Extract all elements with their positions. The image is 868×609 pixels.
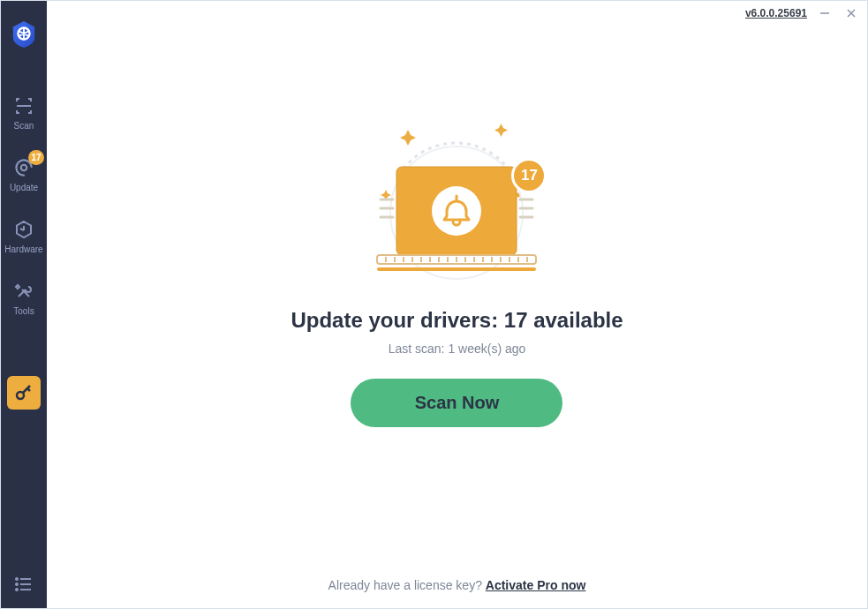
nav-update[interactable]: 17 Update xyxy=(1,155,47,192)
app-logo xyxy=(1,1,47,67)
menu-icon xyxy=(15,577,33,591)
close-button[interactable] xyxy=(842,4,860,22)
svg-point-40 xyxy=(432,186,481,236)
svg-point-8 xyxy=(15,588,18,590)
hero-illustration: 17 xyxy=(342,116,571,283)
hero: 17 Update your drivers: 17 available Las… xyxy=(291,116,623,427)
sidebar: Scan 17 Update xyxy=(1,1,47,608)
minimize-button[interactable] xyxy=(816,4,834,22)
footer-prompt: Already have a license key? xyxy=(328,578,486,592)
svg-point-6 xyxy=(15,583,18,585)
nav-scan-label: Scan xyxy=(14,121,34,131)
titlebar: v6.0.0.25691 xyxy=(738,1,867,26)
svg-point-4 xyxy=(15,577,18,580)
nav-scan[interactable]: Scan xyxy=(1,94,47,131)
update-badge: 17 xyxy=(28,150,44,165)
nav-hardware[interactable]: Hardware xyxy=(1,217,47,254)
app-window: Scan 17 Update xyxy=(0,0,868,609)
nav: Scan 17 Update xyxy=(1,94,47,410)
nav-hardware-label: Hardware xyxy=(4,244,42,254)
minimize-icon xyxy=(819,8,830,19)
nav-license-key[interactable] xyxy=(7,376,41,410)
footer: Already have a license key? Activate Pro… xyxy=(47,578,867,592)
nav-update-label: Update xyxy=(10,183,38,192)
scan-icon xyxy=(13,95,34,117)
tools-icon xyxy=(13,281,34,302)
svg-point-2 xyxy=(21,165,27,171)
nav-tools[interactable]: Tools xyxy=(1,279,47,316)
hero-subtext: Last scan: 1 week(s) ago xyxy=(389,342,526,356)
activate-pro-link[interactable]: Activate Pro now xyxy=(486,578,586,592)
nav-tools-label: Tools xyxy=(13,306,34,316)
hardware-icon xyxy=(13,219,34,240)
hero-heading: Update your drivers: 17 available xyxy=(291,308,623,333)
laptop-bell-illustration-icon xyxy=(342,116,571,283)
key-icon xyxy=(13,382,34,403)
close-icon xyxy=(846,8,857,19)
svg-rect-39 xyxy=(377,267,536,271)
shield-logo-icon xyxy=(11,19,37,49)
version-label[interactable]: v6.0.0.25691 xyxy=(745,7,807,19)
svg-point-3 xyxy=(17,392,24,399)
menu-button[interactable] xyxy=(1,560,47,608)
main-panel: v6.0.0.25691 xyxy=(47,1,867,608)
scan-now-button[interactable]: Scan Now xyxy=(351,379,562,427)
